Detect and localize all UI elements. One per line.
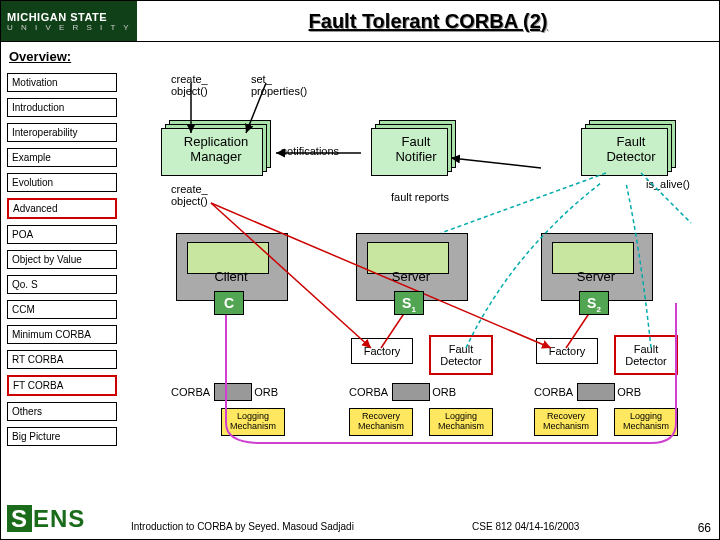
recovery-mech-1: Recovery Mechanism: [349, 408, 413, 436]
orb-bar-2: [392, 383, 430, 401]
sidebar-item-11[interactable]: RT CORBA: [7, 350, 117, 369]
sidebar: MotivationIntroductionInteroperabilityEx…: [7, 73, 117, 452]
overview-label: Overview:: [9, 49, 71, 64]
sidebar-item-12[interactable]: FT CORBA: [7, 375, 117, 396]
orb-label-3: ORB: [617, 386, 641, 398]
logo-line1: MICHIGAN STATE: [7, 11, 137, 23]
page-title: Fault Tolerant CORBA (2): [137, 10, 719, 33]
logging-mech-1: Logging Mechanism: [221, 408, 285, 436]
footer-right: CSE 812 04/14-16/2003: [472, 521, 579, 535]
set-props-label: set_ properties(): [251, 73, 307, 97]
logging-mech-2: Logging Mechanism: [429, 408, 493, 436]
fault-detector-top-label: Fault Detector: [581, 134, 681, 164]
sidebar-item-1[interactable]: Introduction: [7, 98, 117, 117]
sens-logo: SENS: [7, 505, 85, 533]
client-label: Client: [201, 269, 261, 284]
create-obj-mid-label: create_ object(): [171, 183, 208, 207]
fault-detector-top-stack: Fault Detector: [581, 128, 681, 178]
fault-reports-label: fault reports: [391, 191, 449, 203]
replication-manager-label: Replication Manager: [161, 134, 271, 164]
fault-det2-box: Fault Detector: [614, 335, 678, 375]
logging-mech-3: Logging Mechanism: [614, 408, 678, 436]
s2-chip-sub: 2: [596, 305, 600, 314]
page-number: 66: [698, 521, 711, 535]
sidebar-item-0[interactable]: Motivation: [7, 73, 117, 92]
sidebar-item-7[interactable]: Object by Value: [7, 250, 117, 269]
sidebar-item-10[interactable]: Minimum CORBA: [7, 325, 117, 344]
sidebar-item-2[interactable]: Interoperability: [7, 123, 117, 142]
orb-bar-1: [214, 383, 252, 401]
sidebar-item-3[interactable]: Example: [7, 148, 117, 167]
create-obj-top-label: create_ object(): [171, 73, 208, 97]
orb-label-2: ORB: [432, 386, 456, 398]
svg-line-3: [451, 158, 541, 168]
footer-left: Introduction to CORBA by Seyed. Masoud S…: [131, 521, 354, 535]
sidebar-item-13[interactable]: Others: [7, 402, 117, 421]
server1-label: Server: [381, 269, 441, 284]
orb-row-client: CORBA ORB: [171, 383, 282, 401]
factory1-box: Factory: [351, 338, 413, 364]
orb-label-1: ORB: [254, 386, 278, 398]
client-chip: C: [214, 291, 244, 315]
msu-logo: MICHIGAN STATE U N I V E R S I T Y: [1, 1, 137, 41]
footer: Introduction to CORBA by Seyed. Masoud S…: [131, 521, 711, 535]
sidebar-item-6[interactable]: POA: [7, 225, 117, 244]
corba-label-1: CORBA: [171, 386, 210, 398]
logo-line2: U N I V E R S I T Y: [7, 23, 137, 32]
svg-line-5: [441, 173, 606, 233]
header-bar: MICHIGAN STATE U N I V E R S I T Y Fault…: [1, 1, 719, 42]
orb-bar-3: [577, 383, 615, 401]
corba-label-2: CORBA: [349, 386, 388, 398]
sidebar-item-5[interactable]: Advanced: [7, 198, 117, 219]
is-alive-label: is_alive(): [646, 178, 690, 190]
notifications-label: notifications: [281, 145, 339, 157]
orb-row-s2: CORBA ORB: [534, 383, 645, 401]
diagram-area: create_ object() set_ properties() Repli…: [131, 73, 711, 513]
recovery-mech-2: Recovery Mechanism: [534, 408, 598, 436]
s1-chip: S1: [394, 291, 424, 315]
fault-notifier-label: Fault Notifier: [371, 134, 461, 164]
sidebar-item-8[interactable]: Qo. S: [7, 275, 117, 294]
sidebar-big-picture[interactable]: Big Picture: [7, 427, 117, 446]
fault-notifier-stack: Fault Notifier: [371, 128, 461, 178]
sidebar-item-9[interactable]: CCM: [7, 300, 117, 319]
corba-label-3: CORBA: [534, 386, 573, 398]
s2-chip: S2: [579, 291, 609, 315]
factory2-box: Factory: [536, 338, 598, 364]
fault-det1-box: Fault Detector: [429, 335, 493, 375]
orb-row-s1: CORBA ORB: [349, 383, 460, 401]
s1-chip-sub: 1: [411, 305, 415, 314]
replication-manager-stack: Replication Manager: [161, 128, 271, 178]
sidebar-item-4[interactable]: Evolution: [7, 173, 117, 192]
server2-label: Server: [566, 269, 626, 284]
